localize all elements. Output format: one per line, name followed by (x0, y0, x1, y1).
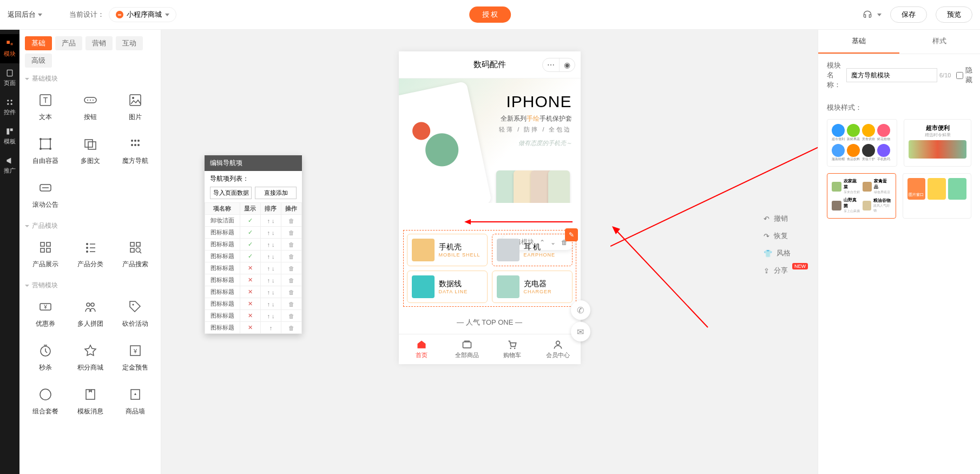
move-up[interactable]: ↑ (267, 218, 270, 224)
phone-fab-icon[interactable]: ✆ (571, 300, 590, 320)
style-button[interactable]: 👕风格 (764, 248, 808, 258)
delete-row[interactable]: 🗑 (281, 239, 301, 251)
palette-tab-basic[interactable]: 基础 (25, 36, 52, 50)
tab-home[interactable]: 首页 (399, 334, 444, 364)
component-group[interactable]: 多人拼团 (70, 294, 110, 334)
rail-pages[interactable]: 页面 (0, 63, 19, 93)
prop-tab-style[interactable]: 样式 (899, 30, 981, 54)
nav-card[interactable]: 充电器CHARGER (492, 271, 573, 303)
move-down[interactable]: ↓ (272, 241, 275, 248)
delete-row[interactable]: 🗑 (281, 286, 301, 298)
component-tpl[interactable]: 模板消息 (70, 382, 110, 422)
component-button[interactable]: 按钮 (70, 88, 110, 127)
move-up[interactable]: ↑ (267, 265, 270, 272)
nav-card[interactable]: 耳 机EARPHONE (492, 234, 573, 266)
component-combo[interactable]: 组合套餐 (25, 382, 65, 422)
move-down[interactable]: ↓ (272, 313, 275, 319)
toggle-show[interactable]: ✓ (240, 227, 260, 239)
delete-row[interactable]: 🗑 (281, 274, 301, 286)
move-down[interactable]: ↓ (272, 229, 275, 236)
toggle-show[interactable]: ✕ (240, 298, 260, 310)
magic-nav-module[interactable]: ✎ 手机壳MOBILE SHELL耳 机EARPHONE数据线DATA LINE… (403, 230, 576, 307)
component-points[interactable]: 积分商城 (70, 338, 110, 378)
hide-checkbox[interactable]: 隐藏 (956, 65, 972, 85)
component-bargain[interactable]: 砍价活动 (115, 294, 155, 334)
component-scroll[interactable]: 滚动公告 (25, 175, 65, 215)
style-option-3[interactable]: 农家蔬菜享来自生鲜家禽蛋品绿色养殖店山野真菌享上山采摘粮油谷物跟风人气好物 (827, 173, 896, 219)
module-name-input[interactable] (846, 68, 937, 82)
undo-button[interactable]: ↶撤销 (764, 214, 808, 223)
share-button[interactable]: ⇪分享NEW (764, 266, 808, 275)
move-down[interactable]: ↓ (272, 253, 275, 260)
delete-row[interactable]: 🗑 (281, 215, 301, 227)
wechat-fab-icon[interactable]: ✉ (571, 322, 590, 341)
component-prodsearch[interactable]: 产品搜索 (115, 235, 155, 274)
preview-button[interactable]: 预览 (936, 6, 972, 23)
nav-card[interactable]: 数据线DATA LINE (407, 271, 488, 303)
style-option-4[interactable]: 图片窗口 (903, 173, 972, 219)
direct-add-button[interactable]: 直接添加 (255, 187, 297, 199)
move-up[interactable]: ↑ (267, 289, 270, 295)
support-icon[interactable] (862, 9, 882, 20)
move-up[interactable]: ↑ (267, 229, 270, 236)
move-down[interactable]: ↓ (272, 277, 275, 284)
move-up[interactable]: ↑ (269, 325, 273, 331)
delete-row[interactable]: 🗑 (281, 251, 301, 262)
move-down[interactable]: ↓ (272, 265, 275, 272)
component-prodshow[interactable]: 产品展示 (25, 235, 65, 274)
target-icon[interactable]: ◉ (559, 58, 575, 71)
component-image[interactable]: 图片 (115, 88, 155, 127)
component-coupon[interactable]: ¥优惠券 (25, 294, 65, 334)
delete-row[interactable]: 🗑 (281, 262, 301, 274)
component-wall[interactable]: 商品墙 (115, 382, 155, 422)
move-up[interactable]: ↑ (267, 241, 270, 248)
component-multiimg[interactable]: 多图文 (70, 131, 110, 171)
move-up[interactable]: ↑ (267, 277, 270, 284)
redo-button[interactable]: ↷恢复 (764, 231, 808, 241)
palette-tab-marketing[interactable]: 营销 (85, 36, 113, 50)
rail-controls[interactable]: 控件 (0, 93, 19, 122)
palette-tab-product[interactable]: 产品 (55, 36, 82, 50)
move-down[interactable]: ↓ (272, 289, 275, 295)
move-down[interactable]: ↓ (272, 218, 275, 224)
import-page-data-button[interactable]: 导入页面数据 (210, 187, 252, 199)
delete-row[interactable]: 🗑 (281, 310, 301, 322)
more-icon[interactable]: ⋯ (543, 58, 559, 71)
toggle-show[interactable]: ✕ (240, 286, 260, 298)
toggle-show[interactable]: ✓ (240, 215, 260, 227)
toggle-show[interactable]: ✓ (240, 251, 260, 262)
move-down[interactable]: ↓ (272, 301, 275, 307)
move-up[interactable]: ↑ (267, 253, 270, 260)
component-deposit[interactable]: ¥定金预售 (115, 338, 155, 378)
rail-modules[interactable]: 模块 (0, 34, 19, 63)
move-up[interactable]: ↑ (267, 313, 270, 319)
component-text[interactable]: T文本 (25, 88, 65, 127)
delete-row[interactable]: 🗑 (281, 227, 301, 239)
tab-all[interactable]: 全部商品 (444, 334, 490, 364)
style-option-2[interactable]: 超市便利 精选时令鲜果 (904, 119, 971, 167)
rail-promote[interactable]: 推广 (0, 151, 19, 180)
authorize-button[interactable]: 授 权 (469, 6, 511, 23)
component-seckill[interactable]: 秒杀 (25, 338, 65, 378)
component-free[interactable]: 自由容器 (25, 131, 65, 171)
move-up[interactable]: ↑ (267, 301, 270, 307)
toggle-show[interactable]: ✕ (240, 322, 260, 334)
delete-row[interactable]: 🗑 (281, 322, 301, 334)
miniprogram-capsule[interactable]: ⋯◉ (542, 58, 575, 72)
delete-row[interactable]: 🗑 (281, 298, 301, 310)
toggle-show[interactable]: ✕ (240, 262, 260, 274)
design-selector[interactable]: ∞ 小程序商城 (109, 7, 176, 22)
back-link[interactable]: 返回后台 (8, 10, 42, 19)
rail-templates[interactable]: 模板 (0, 122, 19, 151)
palette-tab-interact[interactable]: 互动 (116, 36, 143, 50)
toggle-show[interactable]: ✕ (240, 310, 260, 322)
edit-pin-icon[interactable]: ✎ (565, 228, 578, 241)
component-prodcat[interactable]: 产品分类 (70, 235, 110, 274)
tab-cart[interactable]: 购物车 (490, 334, 535, 364)
toggle-show[interactable]: ✕ (240, 274, 260, 286)
nav-card[interactable]: 手机壳MOBILE SHELL (407, 234, 488, 266)
palette-tab-advanced[interactable]: 高级 (25, 54, 52, 68)
prop-tab-basic[interactable]: 基础 (818, 30, 899, 54)
component-magicnav[interactable]: 魔方导航 (115, 131, 155, 171)
style-option-1[interactable]: 超市便利新鲜果蔬美食烘焙鲜花植物服装鞋帽食品饮料美妆个护手机数码 (827, 119, 897, 167)
